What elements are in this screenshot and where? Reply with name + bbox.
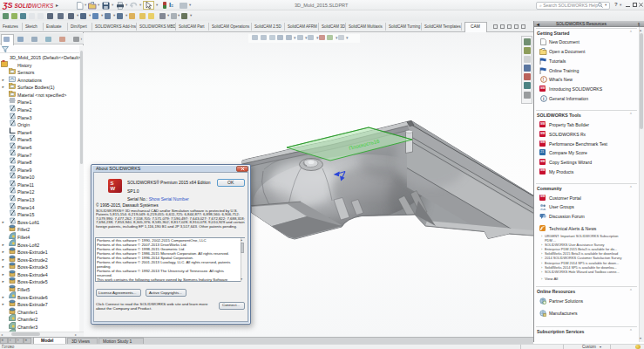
svg-text:!: ! (542, 77, 544, 82)
